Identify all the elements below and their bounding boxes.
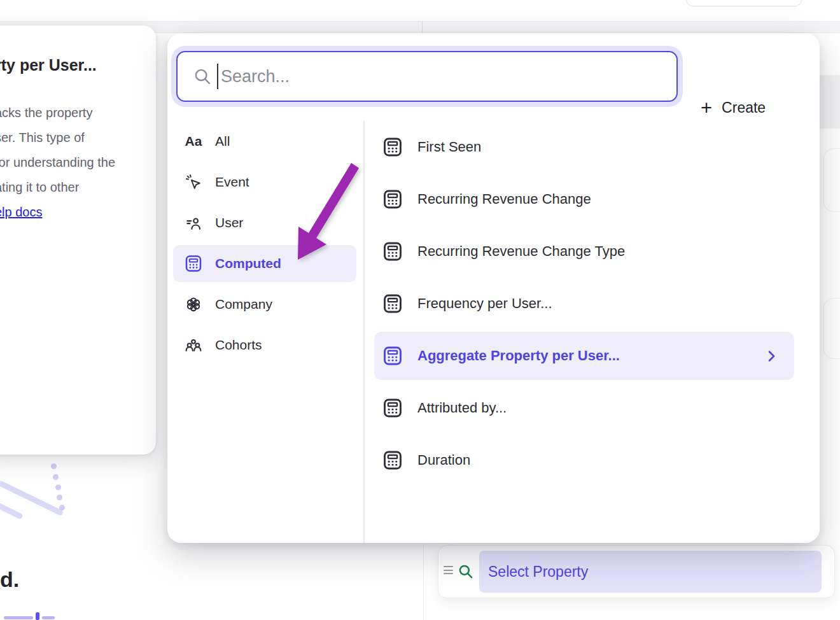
calculator-icon (382, 293, 403, 314)
property-item-attributed-by[interactable]: Attributed by... (374, 384, 794, 432)
category-item-company[interactable]: Company (173, 286, 356, 323)
help-docs-link[interactable]: elp docs (0, 205, 43, 220)
tooltip-body-line: acks the property (0, 106, 92, 120)
people-group-icon (183, 335, 204, 355)
event-cursor-icon (183, 172, 204, 192)
category-item-cohorts[interactable]: Cohorts (173, 327, 356, 363)
select-property-button[interactable]: Select Property (479, 551, 822, 593)
decorative-dot (55, 484, 61, 490)
decorative-dot (51, 463, 57, 469)
select-property-label: Select Property (488, 551, 588, 593)
calculator-icon (183, 253, 204, 274)
annotation-arrow (280, 159, 375, 274)
property-item-duration[interactable]: Duration (374, 436, 794, 484)
property-tooltip-card: rty per User... acks the property ser. T… (0, 25, 156, 454)
panel-divider-top (422, 21, 423, 33)
property-picker-modal: + Create Aa All Event (167, 33, 820, 543)
decorative-dot (57, 495, 62, 500)
search-input[interactable] (178, 52, 676, 101)
property-item-frequency-per-user[interactable]: Frequency per User... (374, 279, 794, 328)
calculator-icon (382, 345, 403, 367)
calculator-icon (382, 188, 403, 210)
create-button-label: Create (722, 99, 766, 116)
property-item-first-seen[interactable]: First Seen (374, 123, 794, 171)
company-cluster-icon (183, 294, 204, 314)
cut-off-text-fragment (4, 612, 61, 620)
calculator-icon (382, 136, 403, 158)
partial-top-control (686, 0, 802, 6)
decorative-line (0, 497, 24, 519)
background-card-edge (823, 298, 840, 359)
calculator-icon (382, 397, 403, 419)
drag-handle-icon[interactable] (444, 566, 454, 577)
text-caret (217, 64, 218, 89)
tooltip-body-line: ating it to other (0, 180, 79, 195)
Aa-letters-icon: Aa (183, 131, 204, 151)
tooltip-body-line: ser. This type of (0, 130, 85, 145)
tooltip-body-line: for understanding the (0, 155, 115, 170)
calculator-icon (382, 449, 403, 471)
create-button[interactable]: + Create (701, 89, 766, 126)
property-item-recurring-revenue-change[interactable]: Recurring Revenue Change (374, 175, 794, 223)
calculator-icon (382, 241, 403, 262)
query-builder-row: Select Property (438, 545, 835, 598)
plus-icon: + (701, 98, 712, 118)
property-item-aggregate-property-per-user[interactable]: Aggregate Property per User... (374, 332, 794, 380)
tooltip-title: rty per User... (0, 56, 97, 74)
panel-divider-bottom (423, 544, 424, 620)
background-card-edge (823, 148, 840, 212)
background-band (820, 75, 840, 129)
category-item-all[interactable]: Aa All (173, 123, 356, 160)
property-item-recurring-revenue-change-type[interactable]: Recurring Revenue Change Type (374, 227, 794, 276)
decorative-dot (53, 474, 59, 480)
chevron-right-icon (764, 348, 779, 363)
decorative-dot (59, 505, 65, 511)
search-icon (458, 563, 474, 580)
search-box[interactable] (176, 51, 678, 102)
user-list-icon (183, 213, 204, 233)
truncated-heading: d. (0, 567, 19, 592)
page-background: rty per User... acks the property ser. T… (0, 0, 840, 620)
